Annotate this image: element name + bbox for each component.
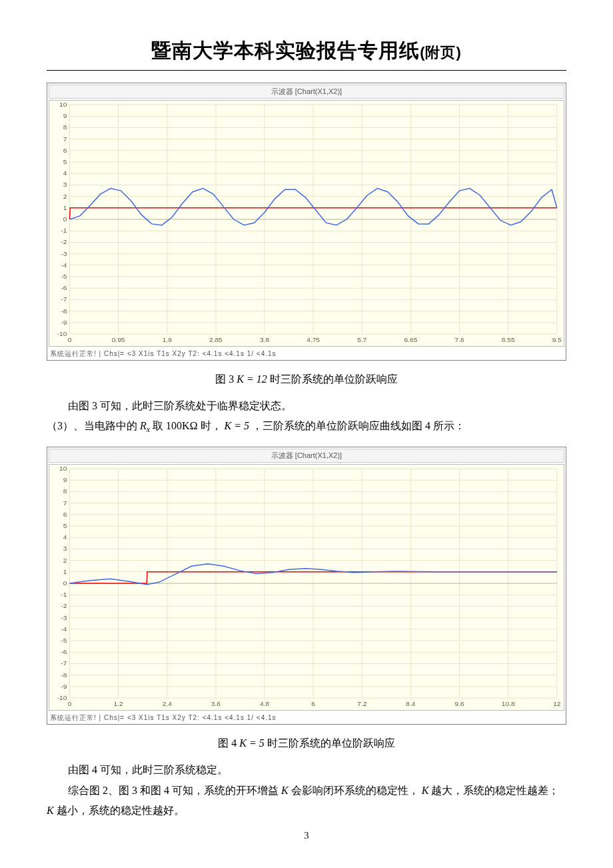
svg-text:6: 6: [63, 511, 67, 518]
svg-text:8.55: 8.55: [502, 336, 515, 343]
var-k: K: [281, 785, 289, 796]
svg-text:-2: -2: [61, 603, 67, 610]
svg-text:1: 1: [63, 204, 67, 211]
svg-text:-7: -7: [61, 296, 67, 303]
svg-text:-6: -6: [61, 284, 67, 291]
svg-text:8.4: 8.4: [406, 701, 416, 708]
svg-text:0: 0: [63, 215, 67, 223]
svg-text:-1: -1: [61, 227, 67, 234]
title-sub: (附页): [420, 44, 462, 61]
svg-text:9.5: 9.5: [552, 336, 562, 343]
svg-text:9.6: 9.6: [455, 701, 465, 708]
figure-4-scope-title: 示波器 [Chart(X1,X2)]: [49, 449, 564, 463]
svg-text:5: 5: [63, 158, 67, 165]
txt: （3）、当电路中的: [47, 420, 140, 431]
txt: 会影响闭环系统的稳定性，: [289, 785, 422, 796]
page-number: 3: [0, 831, 613, 841]
svg-text:-7: -7: [61, 660, 67, 667]
svg-text:1: 1: [63, 568, 67, 575]
svg-text:10.8: 10.8: [502, 701, 515, 708]
figure-3-scope-title: 示波器 [Chart(X1,X2)]: [49, 85, 564, 99]
var-k: K: [47, 805, 54, 816]
svg-text:-10: -10: [57, 330, 67, 337]
svg-text:-8: -8: [61, 307, 67, 315]
paragraph-case3: （3）、当电路中的 Rx 取 100KΩ 时， K = 5 ，三阶系统的单位阶跃…: [47, 416, 566, 437]
figure-3-scope: 示波器 [Chart(X1,X2)] -10-9-8-7-6-5-4-3-2-1…: [47, 83, 566, 361]
svg-text:2.85: 2.85: [209, 336, 223, 343]
svg-text:3.8: 3.8: [260, 336, 270, 343]
var-k: K: [422, 785, 429, 796]
svg-text:-4: -4: [61, 625, 67, 633]
page-title: 暨南大学本科实验报告专用纸(附页): [47, 37, 566, 65]
svg-text:-4: -4: [61, 261, 67, 269]
svg-text:2: 2: [63, 557, 67, 564]
svg-text:3.6: 3.6: [211, 701, 221, 708]
svg-text:-8: -8: [61, 671, 67, 679]
svg-text:6: 6: [311, 701, 315, 708]
figure-4-status: 系统运行正常! | Chs|= <3 X1is T1s X2y T2: <4.1…: [49, 712, 564, 723]
svg-text:9: 9: [63, 477, 67, 484]
svg-text:4: 4: [63, 169, 67, 177]
figure-4-caption-var: K = 5: [239, 737, 264, 749]
paragraph-summary: 综合图 2、图 3 和图 4 可知，系统的开环增益 K 会影响闭环系统的稳定性，…: [47, 781, 566, 821]
svg-text:4.75: 4.75: [306, 336, 320, 343]
svg-text:9: 9: [63, 112, 67, 119]
svg-text:-2: -2: [61, 239, 67, 246]
svg-text:7: 7: [63, 135, 67, 143]
svg-text:-3: -3: [61, 614, 67, 621]
svg-text:6: 6: [63, 147, 67, 154]
svg-text:1.2: 1.2: [114, 701, 124, 708]
svg-text:7.2: 7.2: [357, 701, 367, 708]
figure-4-caption-prefix: 图 4: [218, 737, 239, 749]
svg-text:-9: -9: [61, 683, 67, 690]
svg-text:1.9: 1.9: [163, 336, 173, 343]
figure-3-caption-suffix: 时三阶系统的单位阶跃响应: [267, 373, 398, 385]
txt: 越小，系统的稳定性越好。: [54, 805, 185, 816]
svg-text:3: 3: [63, 545, 67, 553]
title-main: 暨南大学本科实验报告专用纸: [151, 39, 420, 61]
svg-text:5.7: 5.7: [357, 336, 367, 343]
svg-text:6.65: 6.65: [404, 336, 418, 343]
figure-4-caption-suffix: 时三阶系统的单位阶跃响应: [265, 737, 395, 749]
txt: 取 100KΩ 时，: [150, 420, 224, 431]
txt: 综合图 2、图 3 和图 4 可知，系统的开环增益: [68, 785, 281, 796]
svg-text:5: 5: [63, 522, 67, 529]
svg-text:-10: -10: [57, 695, 67, 702]
figure-4-caption: 图 4 K = 5 时三阶系统的单位阶跃响应: [47, 737, 566, 751]
svg-text:0: 0: [68, 701, 72, 708]
txt: ，三阶系统的单位阶跃响应曲线如图 4 所示：: [249, 420, 465, 431]
figure-4-plot: -10-9-8-7-6-5-4-3-2-101234567891001.22.4…: [49, 464, 564, 711]
svg-text:10: 10: [59, 465, 67, 472]
figure-3-caption: 图 3 K = 12 时三阶系统的单位阶跃响应: [47, 373, 566, 387]
figure-3-plot: -10-9-8-7-6-5-4-3-2-101234567891000.951.…: [49, 100, 564, 347]
svg-text:-9: -9: [61, 319, 67, 326]
figure-4-scope: 示波器 [Chart(X1,X2)] -10-9-8-7-6-5-4-3-2-1…: [47, 447, 566, 725]
svg-text:0.95: 0.95: [112, 336, 125, 343]
svg-text:2.4: 2.4: [163, 701, 173, 708]
svg-text:7: 7: [63, 499, 67, 507]
svg-text:4.8: 4.8: [260, 701, 270, 708]
svg-text:10: 10: [59, 101, 67, 108]
svg-text:-5: -5: [61, 637, 67, 645]
title-rule: [47, 70, 566, 71]
svg-text:8: 8: [63, 123, 67, 131]
svg-text:2: 2: [63, 193, 67, 200]
svg-text:7.6: 7.6: [455, 336, 465, 343]
svg-text:0: 0: [63, 579, 67, 587]
paragraph-fig3: 由图 3 可知，此时三阶系统处于临界稳定状态。: [47, 396, 566, 416]
svg-text:-1: -1: [61, 591, 67, 599]
figure-3-status: 系统运行正常! | Chs|= <3 X1is T1s X2y T2: <4.1…: [49, 348, 564, 359]
svg-text:8: 8: [63, 488, 67, 495]
svg-text:0: 0: [68, 336, 72, 343]
var-rx: R: [140, 420, 147, 431]
svg-text:-3: -3: [61, 250, 67, 257]
paragraph-fig4: 由图 4 可知，此时三阶系统稳定。: [47, 760, 566, 780]
svg-text:12: 12: [553, 701, 561, 708]
svg-text:4: 4: [63, 534, 67, 541]
svg-text:-5: -5: [61, 273, 67, 280]
figure-3-caption-var: K = 12: [237, 373, 267, 385]
txt: 越大，系统的稳定性越差；: [428, 785, 559, 796]
svg-text:-6: -6: [61, 649, 67, 656]
svg-text:3: 3: [63, 181, 67, 188]
figure-3-caption-prefix: 图 3: [215, 373, 237, 385]
